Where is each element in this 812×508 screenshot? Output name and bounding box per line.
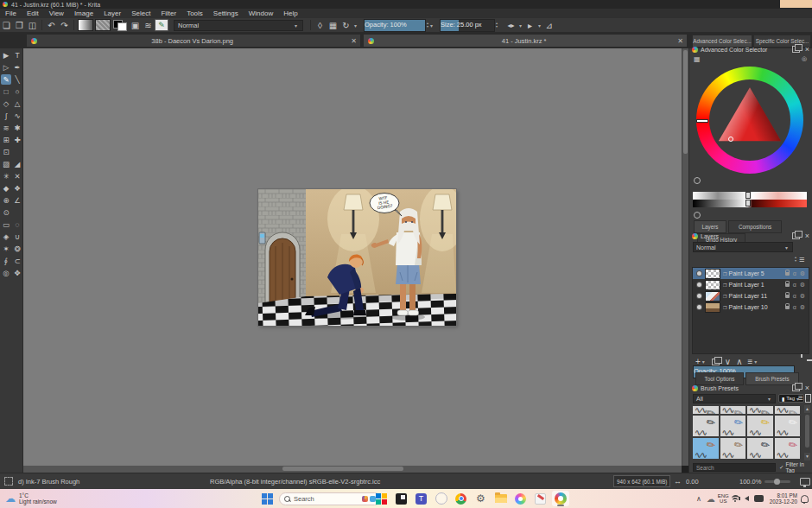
new-document-button[interactable]: ❏ [0, 19, 13, 31]
layer-thumbnail[interactable] [705, 269, 720, 279]
taskbar-app-clip-studio[interactable] [532, 491, 549, 506]
bezier-select-tool[interactable]: ∮ [1, 256, 11, 266]
layer-row-paint-layer-10[interactable]: ❐Paint Layer 10α⚙ [693, 302, 809, 313]
layer-properties-icon[interactable]: ⚙ [800, 304, 805, 311]
gradient-swatch[interactable] [78, 19, 93, 31]
polygon-select-tool[interactable]: ◈ [1, 232, 11, 242]
brush-preset-hatching[interactable]: ✎∿∿ [774, 405, 802, 415]
canvas-horizontal-scrollbar[interactable] [23, 466, 682, 473]
bezier-curve-tool[interactable]: ∫ [1, 111, 11, 121]
layer-properties-button[interactable]: ≡▾ [748, 357, 759, 366]
select-shapes-tool[interactable]: ▶ [1, 50, 11, 60]
preset-search-input[interactable]: Search [693, 463, 776, 472]
brush-preset-blender[interactable]: ✎∿∿ [720, 437, 747, 460]
brush-editor-icon[interactable]: ✎ [155, 19, 168, 31]
menu-layer[interactable]: Layer [98, 10, 126, 17]
move-tool[interactable]: ✚ [12, 135, 22, 145]
rotation-arrows-icon[interactable]: ↔ [674, 477, 682, 486]
edit-brush-settings-button[interactable]: ≋ [142, 19, 155, 31]
save-document-button[interactable]: ◫ [26, 19, 39, 31]
brush-preset-pencil-1[interactable]: ✎∿∿ [692, 405, 720, 415]
trim-canvas-icon[interactable]: ⊿ [542, 19, 555, 31]
layer-visibility-icon[interactable] [697, 283, 701, 287]
preset-scrollbar[interactable] [805, 415, 809, 448]
preserve-alpha-button[interactable]: ▦ [327, 19, 339, 31]
weather-widget[interactable]: ☁ 1°C Light rain/snow [5, 492, 57, 505]
device-icon[interactable] [754, 495, 764, 502]
color-selector-pin-icon[interactable]: ◎ [802, 55, 807, 62]
canvas-artwork[interactable]: WTF IS HE DOING? [258, 189, 456, 326]
canvas-vertical-scrollbar[interactable] [682, 48, 688, 466]
measure-tool[interactable]: ∠ [12, 195, 22, 206]
polygon-tool[interactable]: ◇ [1, 98, 11, 109]
assistants-tool[interactable]: ⊕ [1, 195, 11, 206]
preset-scroll-down[interactable]: ▼ [804, 453, 810, 460]
open-document-button[interactable]: ❒ [13, 19, 26, 31]
pattern-edit-tool[interactable]: ✳ [1, 171, 11, 181]
calligraphy-tool[interactable]: ✒ [12, 62, 22, 73]
menu-select[interactable]: Select [126, 10, 155, 17]
size-spin-buttons[interactable]: ▴▾ [496, 22, 498, 29]
close-docker-icon[interactable]: × [805, 384, 809, 392]
move-layer-up-button[interactable]: ∧ [736, 357, 742, 366]
menu-window[interactable]: Window [244, 10, 278, 17]
layer-row-paint-layer-11[interactable]: ❐Paint Layer 11α⚙ [693, 290, 809, 302]
taskbar-app-chrome[interactable] [453, 491, 470, 506]
layer-lock-icon[interactable] [785, 295, 790, 298]
filter-in-tag-checkbox[interactable]: ✓ Filter in Tag [779, 463, 812, 472]
taskbar-clock[interactable]: 8:01 PM2023-12-20 [770, 492, 797, 505]
taskbar-app-teams[interactable]: T [413, 491, 430, 506]
undo-button[interactable]: ↶ [45, 19, 58, 31]
taskbar-app-widgets[interactable] [373, 491, 390, 506]
menu-filter[interactable]: Filter [155, 10, 181, 17]
ellipse-tool[interactable]: ○ [12, 86, 22, 97]
reload-preset-button[interactable]: ↻ [339, 19, 352, 31]
brush-preset-ink-pen[interactable]: ✎∿∿ [692, 415, 720, 437]
dynamic-brush-tool[interactable]: ≋ [1, 123, 11, 133]
opacity-spin-buttons[interactable]: ▴▾ [427, 22, 428, 29]
freehand-select-tool[interactable]: ∪ [12, 232, 22, 242]
color-history-swatch[interactable] [694, 212, 701, 219]
opacity-slider[interactable]: Opacity: 100% [364, 19, 426, 32]
close-tab-icon[interactable]: ✕ [347, 37, 360, 45]
close-docker-icon[interactable]: × [805, 45, 809, 54]
mirror-horizontal-icon[interactable]: ◂▸ [504, 19, 517, 31]
layer-blending-dropdown[interactable]: Normal▾ [693, 242, 793, 252]
layer-lock-icon[interactable] [785, 272, 790, 276]
taskbar-app-paint[interactable] [512, 491, 530, 506]
layer-lock-icon[interactable] [785, 283, 790, 287]
close-docker-icon[interactable]: × [805, 232, 809, 240]
layer-properties-icon[interactable]: ⚙ [800, 270, 805, 277]
duplicate-layer-button[interactable] [712, 359, 720, 365]
layer-thumbnail[interactable] [705, 291, 720, 302]
float-docker-icon[interactable] [792, 232, 800, 239]
taskbar-app-copilot[interactable] [433, 491, 450, 506]
layer-alpha-icon[interactable]: α [793, 270, 796, 276]
brush-preset-charcoal[interactable]: ✎∿∿ [746, 405, 774, 415]
shade-handle[interactable] [745, 200, 751, 206]
brush-preset-pencil-2[interactable]: ✎∿∿ [720, 405, 747, 415]
layer-visibility-icon[interactable] [697, 294, 701, 298]
layer-alpha-icon[interactable]: α [793, 304, 796, 310]
chevron-down-icon[interactable]: ▾ [519, 22, 522, 29]
chevron-down-icon[interactable]: ▾ [430, 22, 433, 29]
layer-visibility-icon[interactable] [697, 271, 701, 276]
crop-tool[interactable]: ⊡ [1, 147, 11, 157]
contiguous-select-tool[interactable]: ✶ [1, 244, 11, 254]
magnetic-select-tool[interactable]: ⊂ [12, 256, 22, 266]
layer-thumbnail[interactable] [705, 280, 720, 290]
preset-scroll-up[interactable]: ▲ [804, 405, 810, 413]
close-tab-icon[interactable]: ✕ [674, 37, 687, 45]
freehand-brush-tool[interactable]: ✎ [1, 74, 11, 85]
menu-view[interactable]: View [44, 10, 69, 17]
layer-lock-icon[interactable] [785, 306, 790, 309]
taskbar-app-krita-active[interactable] [552, 491, 569, 506]
gradient-tool[interactable]: ▨ [1, 159, 11, 169]
layer-options-menu-icon[interactable]: ≡ [799, 254, 804, 264]
volume-icon[interactable] [745, 496, 749, 501]
multibrush-tool[interactable]: ✱ [12, 123, 22, 133]
layer-alpha-icon[interactable]: α [793, 293, 796, 299]
choose-brush-preset-button[interactable]: ▣ [129, 19, 142, 31]
brush-preset-sketch-pencil[interactable]: ✎∿∿ [720, 415, 747, 437]
preset-menu-icon[interactable]: ≡ [798, 393, 803, 403]
